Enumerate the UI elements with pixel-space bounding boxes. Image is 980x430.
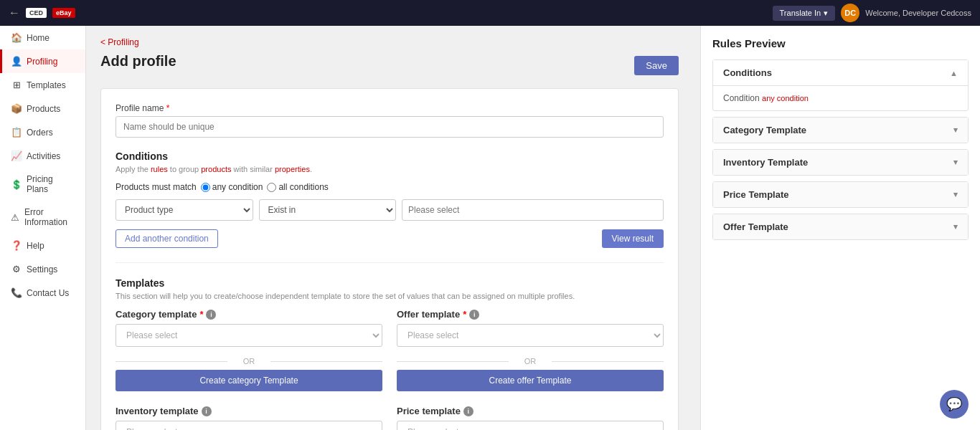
sidebar-icon-pricing: 💲: [11, 179, 22, 190]
rules-link[interactable]: rules: [151, 165, 168, 173]
all-conditions-radio[interactable]: all conditions: [267, 182, 328, 192]
accordion-item-category_template: Category Template ▾: [712, 117, 969, 143]
navbar-right: Translate In ▾ DC Welcome, Developer Ced…: [773, 4, 971, 22]
condition-footer: Add another condition View result: [116, 229, 664, 248]
sidebar-item-products[interactable]: 📦Products: [0, 97, 85, 120]
accordion-header-offer_template[interactable]: Offer Template ▾: [713, 214, 968, 239]
sidebar-label-pricing: Pricing Plans: [27, 174, 77, 194]
chevron-up-icon: ▲: [950, 69, 958, 77]
accordion-header-conditions[interactable]: Conditions ▲: [713, 60, 968, 85]
sidebar-label-help: Help: [27, 241, 44, 251]
welcome-text: Welcome, Developer Cedcoss: [865, 9, 971, 17]
add-condition-button[interactable]: Add another condition: [116, 229, 218, 248]
sidebar-label-settings: Settings: [27, 264, 57, 274]
chevron-down-icon: ▾: [953, 190, 958, 199]
sidebar-item-templates[interactable]: ⊞Templates: [0, 73, 85, 97]
sidebar: 🏠Home👤Profiling⊞Templates📦Products📋Order…: [0, 26, 86, 430]
breadcrumb[interactable]: Profiling: [100, 37, 679, 47]
page-title: Add profile: [100, 53, 176, 70]
sidebar-label-activities: Activities: [27, 151, 60, 161]
back-button[interactable]: ←: [9, 6, 20, 19]
conditions-section: Conditions Apply the rules to group prod…: [116, 150, 664, 248]
inventory-template-title: Inventory template i: [116, 406, 382, 416]
chevron-down-icon: ▾: [824, 9, 828, 18]
sidebar-label-error: Error Information: [24, 207, 77, 227]
sidebar-label-home: Home: [27, 33, 50, 43]
templates-grid: Category template * i Please select OR C…: [116, 309, 664, 430]
sidebar-icon-contact: 📞: [11, 287, 22, 298]
sidebar-item-help[interactable]: ❓Help: [0, 234, 85, 257]
sidebar-icon-error: ⚠: [11, 212, 20, 223]
conditions-badge: any condition: [762, 94, 809, 102]
offer-info-icon[interactable]: i: [469, 310, 479, 320]
exist-in-select[interactable]: Exist in: [259, 199, 397, 221]
category-template-title: Category template * i: [116, 309, 382, 320]
accordion-label-category_template: Category Template: [723, 125, 806, 135]
conditions-match-row: Products must match any condition all co…: [116, 182, 664, 192]
sidebar-icon-help: ❓: [11, 240, 22, 251]
create-offer-template-button[interactable]: Create offer Template: [397, 370, 664, 391]
translate-button[interactable]: Translate In ▾: [773, 6, 836, 21]
sidebar-label-orders: Orders: [27, 128, 53, 138]
offer-template-title: Offer template * i: [397, 309, 664, 320]
sidebar-item-pricing[interactable]: 💲Pricing Plans: [0, 168, 85, 201]
accordion-content-conditions: Condition any condition: [713, 85, 968, 110]
properties-link[interactable]: properties: [275, 165, 310, 173]
category-info-icon[interactable]: i: [206, 310, 216, 320]
any-condition-radio[interactable]: any condition: [201, 182, 263, 192]
rules-preview-panel: Rules Preview Conditions ▲ Condition any…: [700, 26, 980, 430]
sidebar-item-orders[interactable]: 📋Orders: [0, 120, 85, 144]
sidebar-item-profiling[interactable]: 👤Profiling: [0, 49, 85, 73]
templates-desc: This section will help you to create/cho…: [116, 292, 664, 300]
price-info-icon[interactable]: i: [463, 406, 473, 416]
products-link[interactable]: products: [201, 165, 231, 173]
inventory-template-box: Inventory template i Please select OR Cr…: [116, 406, 382, 430]
product-type-select[interactable]: Product type: [116, 199, 253, 221]
sidebar-label-profiling: Profiling: [27, 57, 57, 67]
save-button[interactable]: Save: [634, 56, 679, 75]
sidebar-item-home[interactable]: 🏠Home: [0, 26, 85, 49]
price-template-box: Price template i Please select OR Create…: [397, 406, 664, 430]
sidebar-icon-settings: ⚙: [11, 264, 22, 274]
condition-inputs-row: Product type Exist in: [116, 199, 664, 221]
page-header: Add profile Save: [100, 53, 679, 78]
templates-title: Templates: [116, 277, 664, 289]
category-template-select[interactable]: Please select: [116, 324, 382, 347]
sidebar-item-contact[interactable]: 📞Contact Us: [0, 281, 85, 305]
accordion-label-price_template: Price Template: [723, 189, 789, 200]
required-asterisk: *: [164, 103, 169, 113]
accordion-header-category_template[interactable]: Category Template ▾: [713, 118, 968, 143]
sidebar-icon-activities: 📈: [11, 150, 22, 161]
profile-name-section: Profile name *: [116, 103, 664, 138]
condition-value-input[interactable]: [402, 199, 664, 221]
offer-or-divider: OR: [397, 357, 664, 366]
sidebar-icon-templates: ⊞: [11, 80, 22, 90]
condition-sub-label: Condition: [723, 93, 760, 103]
offer-template-box: Offer template * i Please select OR Crea…: [397, 309, 664, 391]
accordion-header-inventory_template[interactable]: Inventory Template ▾: [713, 150, 968, 175]
sidebar-label-templates: Templates: [27, 80, 66, 90]
create-category-template-button[interactable]: Create category Template: [116, 370, 382, 391]
category-or-divider: OR: [116, 357, 382, 366]
accordion-label-inventory_template: Inventory Template: [723, 157, 808, 168]
accordion-label-conditions: Conditions: [723, 67, 772, 78]
accordion-header-price_template[interactable]: Price Template ▾: [713, 182, 968, 207]
sidebar-item-settings[interactable]: ⚙Settings: [0, 257, 85, 281]
inventory-info-icon[interactable]: i: [202, 406, 212, 416]
view-result-button[interactable]: View result: [602, 229, 664, 248]
chat-widget[interactable]: 💬: [940, 390, 969, 419]
sidebar-item-error[interactable]: ⚠Error Information: [0, 201, 85, 234]
sidebar-item-activities[interactable]: 📈Activities: [0, 144, 85, 168]
avatar: DC: [841, 4, 859, 22]
all-conditions-label: all conditions: [278, 182, 328, 192]
offer-template-select[interactable]: Please select: [397, 324, 664, 347]
profile-name-input[interactable]: [116, 116, 664, 138]
accordion-item-price_template: Price Template ▾: [712, 181, 969, 208]
chevron-down-icon: ▾: [953, 125, 958, 135]
price-template-select[interactable]: Please select: [397, 421, 664, 430]
translate-label: Translate In: [780, 9, 821, 17]
inventory-template-select[interactable]: Please select: [116, 421, 382, 430]
chevron-down-icon: ▾: [953, 222, 958, 231]
accordion-label-offer_template: Offer Template: [723, 221, 788, 232]
sidebar-label-contact: Contact Us: [27, 288, 69, 298]
